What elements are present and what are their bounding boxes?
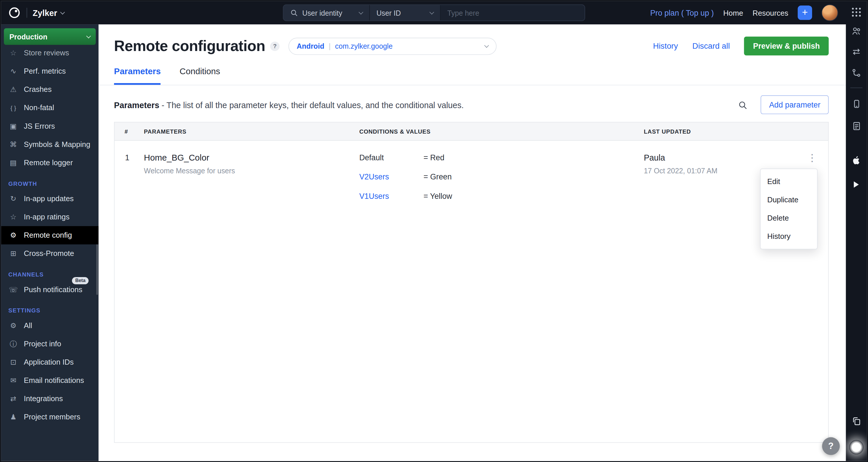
topbar: Zylker User identity User ID [1, 1, 867, 24]
list-heading: Parameters [114, 100, 159, 110]
list-description: Parameters - The list of all the paramet… [114, 100, 464, 110]
symbols-mapping-icon: ⌘ [8, 140, 18, 149]
sidebar-item-project-info[interactable]: ⓘ Project info [1, 335, 99, 353]
column-header-index: # [115, 128, 144, 135]
sidebar-item-remote-config[interactable]: ⚙ Remote config [1, 226, 99, 244]
environment-selector[interactable]: Production [4, 28, 96, 45]
pill-divider: | [329, 42, 330, 50]
sidebar-item-label: Project info [24, 340, 61, 348]
chevron-down-icon [60, 9, 65, 14]
sidebar-item-label: Email notifications [24, 376, 84, 385]
search-input[interactable] [441, 5, 585, 21]
sidebar-item-label: Cross-Promote [24, 249, 74, 258]
sidebar-item-crashes[interactable]: ⚠ Crashes [1, 80, 99, 98]
apple-logo-icon[interactable] [852, 155, 861, 166]
chevron-down-icon [86, 33, 91, 38]
sidebar-item-in-app-ratings[interactable]: ☆ In-app ratings [1, 208, 99, 226]
parameter-cell: Home_BG_Color Welcome Message for users [144, 153, 359, 211]
table-search-button[interactable] [738, 100, 748, 110]
transfer-arrows-icon[interactable] [851, 47, 862, 57]
sidebar-item-js-errors[interactable]: ▣ JS Errors [1, 117, 99, 135]
sidebar-item-all-settings[interactable]: ⚙ All [1, 317, 99, 335]
tab-conditions[interactable]: Conditions [180, 66, 220, 85]
updated-by: Paula [644, 153, 828, 163]
section-label-growth: GROWTH [1, 180, 99, 187]
application-ids-icon: ⊡ [8, 358, 18, 366]
apps-grid-icon[interactable] [851, 7, 862, 18]
menu-item-delete[interactable]: Delete [761, 209, 817, 227]
email-notifications-icon: ✉ [8, 376, 18, 385]
page-title: Remote configuration [114, 37, 265, 55]
document-list-icon[interactable] [851, 121, 862, 131]
sidebar-item-email-notifications[interactable]: ✉ Email notifications [1, 371, 99, 389]
section-label-settings: SETTINGS [1, 307, 99, 314]
search-scope-field-select[interactable]: User identity [283, 5, 370, 21]
history-link[interactable]: History [653, 41, 678, 51]
condition-row: Default = Red [359, 153, 644, 162]
condition-label-v2users[interactable]: V2Users [359, 172, 424, 181]
sidebar-item-label: Remote logger [24, 158, 73, 167]
search-icon [738, 100, 748, 110]
perf-metrics-icon: ∿ [8, 67, 18, 75]
gear-icon: ⚙ [8, 321, 18, 330]
sidebar-item-integrations[interactable]: ⇄ Integrations [1, 389, 99, 408]
app-id-label: com.zylker.google [335, 42, 393, 50]
app-selector[interactable]: Android | com.zylker.google [288, 37, 497, 55]
users-icon[interactable] [851, 26, 862, 36]
sidebar-item-non-fatal[interactable]: { } Non-fatal [1, 98, 99, 117]
sidebar-item-perf-metrics[interactable]: ∿ Perf. metrics [1, 62, 99, 80]
row-menu-button[interactable]: ⋮ [805, 152, 819, 164]
sidebar-item-label: JS Errors [24, 122, 55, 131]
sidebar-item-label: All [24, 321, 32, 330]
menu-item-edit[interactable]: Edit [761, 172, 817, 191]
condition-row: V2Users = Green [359, 172, 644, 181]
google-play-icon[interactable] [852, 179, 861, 189]
sidebar-item-cross-promote[interactable]: ⊞ Cross-Promote [1, 244, 99, 263]
add-parameter-button[interactable]: Add parameter [761, 95, 829, 114]
plan-info: Pro plan ( Top up ) [650, 8, 714, 18]
condition-value: = Red [424, 153, 444, 162]
copy-pages-icon[interactable] [851, 415, 862, 426]
condition-label-v1users[interactable]: V1Users [359, 192, 424, 201]
sidebar-item-push-notifications[interactable]: ☏ Push notifications Beta [1, 280, 99, 298]
tab-parameters[interactable]: Parameters [114, 66, 161, 85]
mobile-device-icon[interactable] [851, 98, 862, 109]
push-notifications-icon: ☏ [8, 286, 18, 294]
sidebar-item-label: Perf. metrics [24, 67, 66, 75]
org-switcher[interactable]: Zylker [33, 8, 64, 18]
sidebar-item-symbols-mapping[interactable]: ⌘ Symbols & Mapping [1, 135, 99, 154]
sidebar-item-label: Crashes [24, 85, 52, 94]
discard-all-link[interactable]: Discard all [692, 41, 730, 51]
search-scope-field-value: User identity [302, 9, 342, 17]
workflow-icon[interactable] [851, 67, 862, 78]
topup-link[interactable]: ( Top up ) [681, 8, 714, 18]
create-new-button[interactable]: + [798, 5, 812, 20]
resources-link[interactable]: Resources [752, 9, 788, 17]
sidebar-item-label: Project members [24, 413, 80, 421]
sidebar-item-label: Push notifications [24, 286, 82, 294]
parameter-description: Welcome Message for users [144, 167, 359, 175]
store-reviews-icon: ☆ [8, 49, 18, 57]
sidebar-item-project-members[interactable]: ♟ Project members [1, 408, 99, 426]
topbar-divider [27, 8, 27, 18]
sidebar-item-in-app-updates[interactable]: ↻ In-app updates [1, 190, 99, 208]
menu-item-history[interactable]: History [761, 227, 817, 246]
toolbar-divider [850, 88, 863, 88]
preview-publish-button[interactable]: Preview & publish [744, 36, 829, 55]
sidebar-item-application-ids[interactable]: ⊡ Application IDs [1, 353, 99, 371]
condition-row: V1Users = Yellow [359, 192, 644, 201]
sidebar-item-remote-logger[interactable]: ▤ Remote logger [1, 154, 99, 172]
menu-item-duplicate[interactable]: Duplicate [761, 191, 817, 209]
sidebar-item-label: In-app ratings [24, 213, 69, 221]
help-fab[interactable]: ? [822, 437, 840, 455]
sidebar-item-label: Non-fatal [24, 104, 54, 112]
home-link[interactable]: Home [723, 9, 743, 17]
section-label-channels: CHANNELS [1, 271, 99, 278]
search-scope-value-select[interactable]: User ID [370, 5, 441, 21]
sidebar-item-store-reviews[interactable]: ☆ Store reviews [1, 44, 99, 62]
parameter-name: Home_BG_Color [144, 153, 359, 163]
remote-logger-icon: ▤ [8, 158, 18, 167]
help-icon[interactable]: ? [270, 41, 280, 51]
pro-plan-link[interactable]: Pro plan [650, 8, 679, 18]
user-avatar[interactable] [822, 4, 838, 21]
